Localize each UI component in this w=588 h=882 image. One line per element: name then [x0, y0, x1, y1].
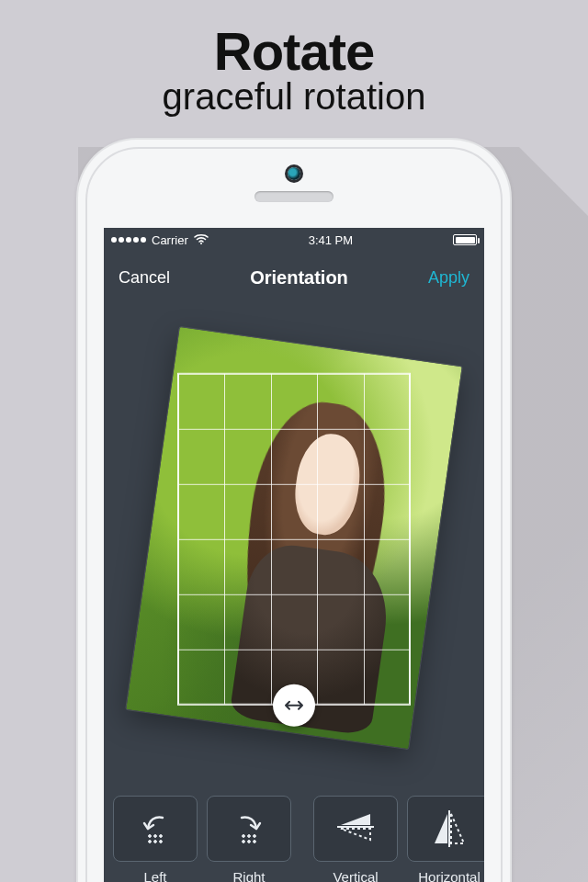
cancel-button[interactable]: Cancel — [119, 268, 170, 288]
svg-point-9 — [254, 835, 256, 838]
phone-camera — [288, 167, 300, 180]
wifi-icon — [194, 233, 209, 247]
promo-title: Rotate — [0, 20, 588, 82]
rotate-left-button[interactable]: Left — [113, 796, 198, 882]
editor-canvas[interactable] — [104, 303, 484, 788]
flip-vertical-icon — [332, 808, 379, 849]
svg-point-0 — [200, 243, 202, 244]
signal-dots-icon — [111, 237, 146, 243]
flip-horizontal-button[interactable]: Horizontal — [407, 796, 484, 882]
svg-point-6 — [160, 841, 163, 843]
flip-horizontal-icon — [429, 807, 469, 851]
promo-subtitle: graceful rotation — [0, 76, 588, 118]
clock-label: 3:41 PM — [309, 233, 353, 247]
svg-point-4 — [149, 841, 152, 843]
status-bar: Carrier 3:41 PM — [104, 228, 484, 252]
carrier-label: Carrier — [152, 233, 188, 247]
app-screen: Carrier 3:41 PM Cancel Orientation Apply — [104, 228, 484, 882]
orientation-toolbar: Left Right — [104, 788, 484, 882]
svg-point-5 — [154, 841, 157, 843]
promo-headline: Rotate graceful rotation — [0, 20, 588, 118]
svg-point-12 — [254, 841, 256, 843]
photo-preview[interactable] — [126, 327, 461, 749]
svg-point-8 — [248, 835, 251, 838]
flip-vertical-label: Vertical — [333, 869, 378, 882]
nav-bar: Cancel Orientation Apply — [104, 252, 484, 303]
svg-point-3 — [160, 835, 163, 838]
flip-vertical-button[interactable]: Vertical — [313, 796, 398, 882]
svg-point-7 — [243, 835, 245, 838]
battery-icon — [453, 234, 477, 245]
apply-button[interactable]: Apply — [428, 268, 469, 288]
svg-point-2 — [154, 835, 157, 838]
rotate-right-button[interactable]: Right — [207, 796, 291, 882]
phone-frame: Carrier 3:41 PM Cancel Orientation Apply — [78, 140, 510, 882]
svg-point-1 — [149, 835, 152, 838]
svg-point-11 — [248, 841, 251, 843]
rotate-right-label: Right — [232, 869, 265, 882]
phone-speaker — [254, 191, 334, 202]
svg-point-10 — [243, 841, 245, 843]
rotate-left-label: Left — [143, 869, 166, 882]
rotate-right-icon — [229, 808, 269, 849]
flip-horizontal-label: Horizontal — [418, 869, 481, 882]
page-title: Orientation — [250, 267, 348, 288]
rotate-left-icon — [135, 808, 175, 849]
